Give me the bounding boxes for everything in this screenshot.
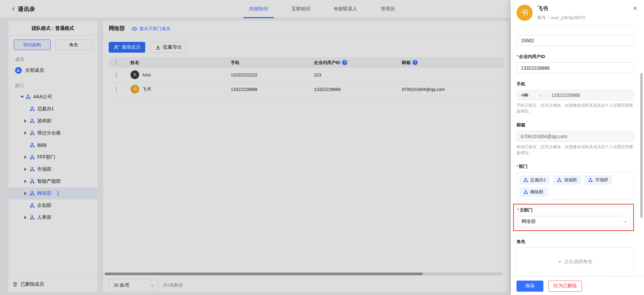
department-chip[interactable]: 游戏部: [553, 175, 581, 185]
page-title: 通讯录: [18, 5, 35, 13]
invite-member-button[interactable]: 邀请成员: [109, 42, 145, 53]
primary-department-label: *主部门: [517, 207, 631, 213]
avatar: 书: [517, 5, 533, 21]
tree-item[interactable]: FFF部门: [8, 151, 97, 163]
departments-picker[interactable]: 总裁办1 游戏部 市场部 网络部: [517, 172, 634, 200]
member-name: 飞书: [142, 86, 151, 92]
org-icon: [557, 178, 561, 182]
divider: [8, 35, 97, 36]
help-icon[interactable]: ?: [413, 60, 418, 65]
caret-down-icon[interactable]: [20, 96, 26, 98]
deleted-members-button[interactable]: 已删除成员: [8, 276, 97, 292]
table-header-row: 姓名 手机 企业内用户ID ? 邮箱 ? 职位: [109, 57, 504, 68]
sidebar-view-switch: 组织架构 角色: [14, 40, 92, 50]
tree-item[interactable]: 企划部: [8, 199, 97, 212]
drawer-footer: 保存 转为已删除: [511, 277, 644, 295]
horizontal-scrollbar[interactable]: [105, 273, 502, 275]
member-detail-drawer: × 书 飞书 账号：user_jcfn3p26970 *企业内用户ID 手机 +…: [511, 0, 644, 295]
table-row[interactable]: 书 飞书 13322228888 13322228888 8706101804@…: [109, 82, 504, 97]
departments-label: *部门: [517, 164, 634, 170]
org-icon: [524, 178, 528, 182]
show-subdepartment-link[interactable]: 显示子部门成员: [131, 26, 170, 32]
column-header-name: 姓名: [130, 60, 139, 66]
tab-admins[interactable]: 管理员: [379, 0, 397, 18]
caret-right-icon[interactable]: [24, 180, 30, 183]
close-icon[interactable]: ×: [633, 5, 637, 12]
members-section-label: 成员: [15, 56, 97, 62]
pagination: 20 条/页 共2条数据: [109, 279, 183, 291]
select-roles-button[interactable]: + 点击选择角色: [517, 247, 634, 276]
drawer-form: *企业内用户ID 手机 +86 13322228888 手机已验证，您无法修改。…: [511, 31, 644, 277]
drawer-header: 书 飞书 账号：user_jcfn3p26970: [511, 0, 644, 21]
table-row[interactable]: A AAA 13222222222 223: [109, 68, 504, 82]
department-chip[interactable]: 总裁办1: [520, 175, 550, 185]
department-title: 网络部: [109, 25, 125, 32]
phone-helper-text: 手机已验证，您无法修改。如需修改请联系成员在个人设置页面重新绑定。: [517, 102, 634, 114]
member-phone: 13322228888: [223, 87, 306, 92]
primary-department-select[interactable]: 网络部: [517, 216, 631, 227]
tree-item[interactable]: 人事部: [8, 212, 97, 224]
row-checkbox[interactable]: [116, 87, 117, 92]
vertical-scrollbar-thumb[interactable]: [640, 73, 643, 218]
email-helper-text: 邮箱已验证，您无法修改。如需修改请联系成员在个人设置页面重新绑定。: [517, 144, 634, 156]
tree-item[interactable]: 智能产能部: [8, 175, 97, 187]
caret-right-icon[interactable]: [24, 216, 30, 219]
row-checkbox[interactable]: [116, 72, 117, 77]
annotation-highlight-box: *主部门 网络部: [513, 204, 634, 231]
page-size-select[interactable]: 20 条/页: [109, 279, 158, 291]
save-button[interactable]: 保存: [517, 281, 543, 292]
tab-org-structure[interactable]: 组织架构: [14, 40, 51, 50]
tree-item[interactable]: 市场部: [8, 163, 97, 175]
phone-label: 手机: [517, 81, 634, 87]
country-code-select[interactable]: +86: [517, 93, 546, 98]
department-chip[interactable]: 市场部: [584, 175, 612, 185]
member-user-id: 223: [306, 72, 394, 77]
member-user-id: 13322228888: [306, 87, 394, 92]
caret-right-icon[interactable]: [24, 119, 30, 123]
team-mode-label: 团队模式：普通模式: [8, 21, 97, 32]
tree-item-selected[interactable]: 网络部 ⋮: [8, 187, 97, 199]
batch-export-button[interactable]: 批量导出: [150, 42, 187, 53]
back-button[interactable]: ‹ 通讯录: [12, 0, 35, 18]
org-icon: [30, 167, 35, 172]
department-chip[interactable]: 网络部: [520, 187, 547, 197]
toolbar: 邀请成员 批量导出: [109, 42, 504, 53]
sidebar: 团队模式：普通模式 组织架构 角色 成员 全部成员 部门 AAA公司 总裁办1: [8, 21, 97, 292]
download-icon: [155, 45, 161, 50]
org-icon: [30, 155, 35, 160]
tab-external-contacts[interactable]: 外部联系人: [332, 0, 359, 18]
person-add-icon: [114, 45, 119, 50]
chevron-down-icon: [624, 219, 627, 223]
column-header-email: 邮箱: [402, 60, 411, 66]
back-chevron-icon: ‹: [12, 5, 14, 12]
tree-item[interactable]: 很过分合格: [8, 127, 97, 139]
select-all-checkbox[interactable]: [116, 60, 117, 65]
kebab-menu-icon[interactable]: ⋮: [55, 190, 61, 197]
move-to-deleted-button[interactable]: 转为已删除: [548, 281, 582, 292]
sidebar-item-all-members[interactable]: 全部成员: [8, 64, 97, 76]
tree-item[interactable]: BBB: [8, 139, 97, 151]
org-icon: [30, 179, 35, 184]
caret-right-icon[interactable]: [24, 131, 30, 135]
employee-number-field[interactable]: [517, 35, 634, 46]
caret-right-icon[interactable]: [24, 192, 30, 195]
main-header: 网络部 显示子部门成员: [103, 21, 509, 37]
member-account: 账号：user_jcfn3p26970: [537, 15, 585, 21]
divider: [517, 25, 637, 25]
people-icon: [15, 67, 22, 74]
tab-connected-org[interactable]: 互联组织: [289, 0, 312, 18]
tree-item[interactable]: AAA公司: [8, 91, 97, 103]
email-label: 邮箱: [517, 122, 634, 128]
member-email: 8706101804@qq.com: [394, 87, 496, 92]
caret-right-icon[interactable]: [24, 168, 30, 171]
user-id-field[interactable]: [517, 62, 634, 73]
plus-icon: +: [558, 258, 561, 265]
tree-item[interactable]: 游戏部: [8, 115, 97, 127]
tab-internal-org[interactable]: 内部组织: [247, 0, 270, 18]
user-id-label: *企业内用户ID: [517, 54, 634, 60]
tree-item[interactable]: 总裁办1: [8, 103, 97, 115]
caret-right-icon[interactable]: [24, 156, 30, 159]
scrollbar-thumb[interactable]: [105, 273, 423, 275]
tab-roles[interactable]: 角色: [55, 40, 92, 50]
help-icon[interactable]: ?: [342, 60, 347, 65]
